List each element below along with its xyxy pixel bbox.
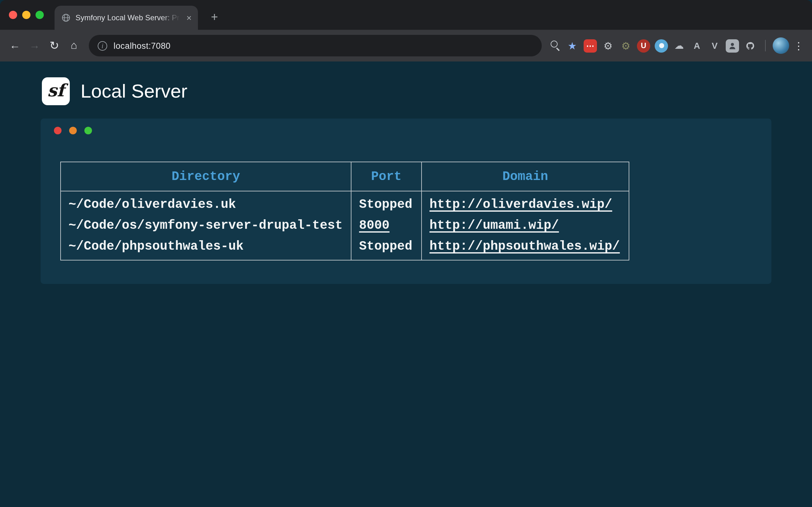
window-close-button[interactable] <box>9 11 17 19</box>
letter-a-extension-icon[interactable]: A <box>690 39 704 52</box>
domain-cell: http://phpsouthwales.wip/ <box>421 236 629 260</box>
blue-disc-extension-icon[interactable] <box>655 39 668 52</box>
directory-cell: ~/Code/oliverdavies.uk <box>61 191 351 215</box>
home-icon[interactable]: ⌂ <box>65 37 83 54</box>
profile-avatar[interactable] <box>773 38 789 54</box>
gear-dark-extension-icon[interactable]: ⚙ <box>619 39 632 52</box>
gear-light-extension-icon[interactable]: ⚙ <box>601 39 615 52</box>
ublock-extension-icon[interactable]: U <box>637 39 650 52</box>
table-header-row: Directory Port Domain <box>61 162 629 191</box>
port-status-cell: 8000 <box>351 215 421 236</box>
panel-window-dots <box>54 127 92 134</box>
person-extension-icon[interactable] <box>726 39 739 52</box>
domain-cell: http://umami.wip/ <box>421 215 629 236</box>
directory-column-header: Directory <box>61 162 351 191</box>
domain-column-header: Domain <box>421 162 629 191</box>
domain-cell: http://oliverdavies.wip/ <box>421 191 629 215</box>
server-panel: Directory Port Domain ~/Code/oliverdavie… <box>41 118 771 284</box>
directory-cell: ~/Code/os/symfony-server-drupal-test <box>61 215 351 236</box>
panel-orange-dot <box>69 127 77 134</box>
back-icon[interactable]: ← <box>6 37 23 54</box>
blue-disc-inner-dot <box>659 43 664 48</box>
table-row: ~/Code/os/symfony-server-drupal-test 800… <box>61 215 629 236</box>
bookmark-star-icon[interactable]: ★ <box>565 40 580 52</box>
domain-link[interactable]: http://phpsouthwales.wip/ <box>429 239 620 253</box>
symfony-logo-glyph: sf <box>47 80 64 100</box>
red-dots-extension-icon[interactable]: ⋯ <box>583 39 597 52</box>
port-status-cell: Stopped <box>351 191 421 215</box>
extension-icons: ⋯ ⚙ ⚙ U ☁ A V <box>583 39 757 52</box>
window-zoom-button[interactable] <box>36 11 44 19</box>
browser-toolbar: ← → ↻ ⌂ i localhost:7080 ★ ⋯ ⚙ ⚙ U ☁ A V <box>0 30 812 61</box>
address-bar[interactable]: i localhost:7080 <box>89 35 542 56</box>
window-controls <box>9 11 44 19</box>
domain-link[interactable]: http://oliverdavies.wip/ <box>429 197 612 212</box>
tab-close-icon[interactable]: × <box>185 12 193 23</box>
tab-title: Symfony Local Web Server: Prox <box>75 13 180 22</box>
browser-tab[interactable]: Symfony Local Web Server: Prox × <box>55 6 198 30</box>
reload-icon[interactable]: ↻ <box>46 37 63 54</box>
symfony-logo: sf <box>42 77 70 105</box>
chrome-menu-icon[interactable]: ⋮ <box>792 40 806 52</box>
cloud-extension-icon[interactable]: ☁ <box>672 39 686 52</box>
toolbar-divider <box>765 40 766 51</box>
panel-green-dot <box>84 127 92 134</box>
port-status-cell: Stopped <box>351 236 421 260</box>
browser-window: Symfony Local Web Server: Prox × + ← → ↻… <box>0 0 812 507</box>
github-extension-icon[interactable] <box>744 39 757 52</box>
zoom-icon[interactable] <box>548 39 562 53</box>
site-header: sf Local Server <box>0 61 812 105</box>
directory-cell: ~/Code/phpsouthwales-uk <box>61 236 351 260</box>
window-minimize-button[interactable] <box>22 11 31 19</box>
server-table: Directory Port Domain ~/Code/oliverdavie… <box>60 162 629 261</box>
url-text: localhost:7080 <box>113 41 171 50</box>
panel-red-dot <box>54 127 61 134</box>
forward-icon[interactable]: → <box>26 37 43 54</box>
site-info-icon[interactable]: i <box>98 41 107 50</box>
tab-favicon-globe-icon <box>61 13 70 22</box>
new-tab-button[interactable]: + <box>206 9 223 25</box>
tab-strip: Symfony Local Web Server: Prox × + <box>0 0 812 30</box>
port-link[interactable]: 8000 <box>359 218 390 233</box>
table-row: ~/Code/oliverdavies.uk Stopped http://ol… <box>61 191 629 215</box>
table-row: ~/Code/phpsouthwales-uk Stopped http://p… <box>61 236 629 260</box>
page-content: sf Local Server Directory Port <box>0 61 812 507</box>
page-title: Local Server <box>81 80 188 102</box>
port-column-header: Port <box>351 162 421 191</box>
vimium-extension-icon[interactable]: V <box>708 39 721 52</box>
domain-link[interactable]: http://umami.wip/ <box>429 218 559 233</box>
